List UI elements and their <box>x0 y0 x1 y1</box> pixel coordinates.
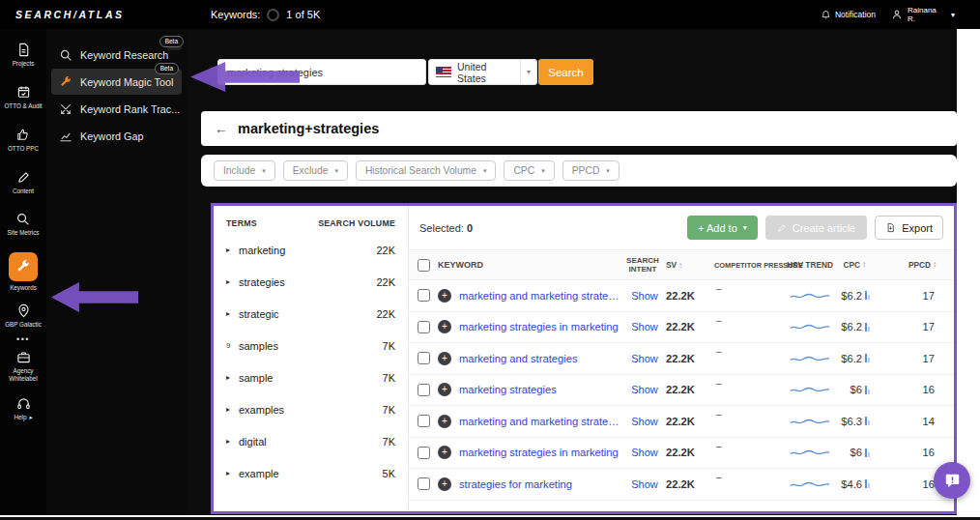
term-row[interactable]: ▸ strategies 22K <box>226 266 395 298</box>
location-pin-icon <box>16 303 31 318</box>
expand-caret-icon[interactable]: ▸ <box>226 277 239 286</box>
calendar-check-icon <box>16 85 31 100</box>
show-intent-link[interactable]: Show <box>623 321 666 332</box>
show-intent-link[interactable]: Show <box>623 353 666 364</box>
rail-item-site-metrics[interactable]: Site Metrics <box>8 212 40 237</box>
expand-caret-icon[interactable]: 9 <box>226 341 239 350</box>
expand-caret-icon[interactable]: ▸ <box>226 405 239 414</box>
cpc-column-header[interactable]: CPC ↕ <box>833 260 870 270</box>
terms-header: TERMS SEARCH VOLUME <box>226 218 395 228</box>
keyword-link[interactable]: marketing and strategies <box>459 353 623 364</box>
filter-dropdown[interactable]: CPC ▾ <box>504 160 554 181</box>
circle-plus-icon[interactable]: + <box>438 352 451 365</box>
rail-item-otto-audit[interactable]: OTTO & Audit <box>4 85 42 110</box>
search-intent-column-header[interactable]: SEARCH INTENT <box>623 256 662 274</box>
expand-caret-icon[interactable]: ▸ <box>226 437 239 446</box>
filter-dropdown-label: Historical Search Volume <box>365 165 476 176</box>
keyword-link[interactable]: marketing and marketing strategies <box>459 416 623 427</box>
results-toolbar: Selected:0 + Add to ▾ Create article Exp… <box>409 206 954 249</box>
keyword-link[interactable]: strategies for marketing <box>459 478 623 490</box>
row-checkbox[interactable] <box>418 477 430 490</box>
show-intent-link[interactable]: Show <box>623 416 666 427</box>
show-intent-link[interactable]: Show <box>623 447 666 458</box>
rail-item-projects[interactable]: Projects <box>13 43 35 68</box>
keyword-column-header[interactable]: KEYWORD <box>438 260 623 270</box>
term-row[interactable]: ▸ example 5K <box>226 457 395 489</box>
create-article-button[interactable]: Create article <box>765 216 867 240</box>
row-checkbox[interactable] <box>418 415 430 427</box>
select-all-checkbox[interactable] <box>418 259 430 272</box>
search-button[interactable]: Search <box>538 59 593 85</box>
show-intent-link[interactable]: Show <box>623 290 666 302</box>
filter-dropdown[interactable]: Exclude ▾ <box>283 160 348 181</box>
rail-item-help[interactable]: Help ▸ <box>14 396 32 421</box>
filter-dropdown[interactable]: Historical Search Volume ▾ <box>356 160 497 181</box>
rail-item-more[interactable]: ••• <box>16 334 30 344</box>
row-checkbox[interactable] <box>418 384 430 396</box>
us-flag-icon <box>436 67 451 77</box>
rail-item-gbp-galactic[interactable]: GBP Galactic <box>5 303 42 329</box>
cpc-value: $6.3 <box>841 416 862 427</box>
show-intent-link[interactable]: Show <box>623 384 666 395</box>
circle-plus-icon[interactable]: + <box>438 320 451 333</box>
country-select[interactable]: United States ▾ <box>428 59 537 85</box>
rail-item-otto-ppc[interactable]: OTTO PPC <box>8 128 39 153</box>
rail-item-content[interactable]: Content <box>13 170 34 195</box>
filter-dropdown[interactable]: Include ▾ <box>214 160 275 181</box>
cpc-value: $6 <box>850 447 862 458</box>
filter-dropdown[interactable]: PPCD ▾ <box>562 160 620 181</box>
row-checkbox[interactable] <box>418 352 430 364</box>
brand-logo: SEARCH/ATLAS <box>15 0 125 29</box>
competitor-pressure-column-header[interactable]: COMPETITOR PRESSURE <box>714 261 787 270</box>
submenu-item-keyword-rank-tracker[interactable]: Keyword Rank Trac... <box>46 96 187 122</box>
expand-caret-icon[interactable]: ▸ <box>226 246 239 254</box>
cpc-cell: $4.6 <box>833 478 870 490</box>
rail-item-keywords[interactable]: Keywords <box>9 252 38 292</box>
circle-plus-icon[interactable]: + <box>438 446 451 459</box>
submenu-item-keyword-magic-tool[interactable]: Keyword Magic Tool Beta <box>51 69 182 95</box>
sv-column-header[interactable]: SV ↕ <box>666 260 714 270</box>
search-volume-value: 22.2K <box>666 416 714 427</box>
submenu-item-keyword-gap[interactable]: Keyword Gap <box>46 123 187 149</box>
user-menu[interactable]: Rainana R. ▾ <box>891 6 955 23</box>
keyword-row: + marketing and marketing strategies Sho… <box>409 280 954 312</box>
term-row[interactable]: ▸ digital 7K <box>226 425 395 457</box>
term-row[interactable]: ▸ marketing 22K <box>226 234 395 266</box>
add-to-button[interactable]: + Add to ▾ <box>687 216 758 240</box>
hsv-trend-sparkline <box>787 446 833 459</box>
row-checkbox[interactable] <box>418 321 430 333</box>
rail-label: Agency Whitelabel <box>3 367 43 383</box>
row-checkbox[interactable] <box>418 289 430 302</box>
caret-down-icon: ▾ <box>520 60 536 84</box>
gap-chart-icon <box>59 130 72 143</box>
icon-rail: Projects OTTO & Audit OTTO PPC Content S… <box>0 29 46 515</box>
keyword-link[interactable]: marketing strategies in marketing <box>459 321 623 332</box>
keyword-link[interactable]: marketing strategies in marketing <box>459 447 623 458</box>
circle-plus-icon[interactable]: + <box>438 477 451 491</box>
term-volume: 5K <box>383 468 395 479</box>
show-intent-link[interactable]: Show <box>623 478 666 490</box>
competitor-pressure-value: – <box>714 346 787 357</box>
ppcd-column-header[interactable]: PPCD ↕ <box>870 260 954 270</box>
back-arrow-icon[interactable]: ← <box>215 121 228 136</box>
term-row[interactable]: 9 samples 7K <box>226 330 395 361</box>
term-row[interactable]: ▸ strategic 22K <box>226 298 395 330</box>
expand-caret-icon[interactable]: ▸ <box>226 469 239 477</box>
support-chat-button[interactable] <box>934 462 970 499</box>
term-row[interactable]: ▸ sample 7K <box>226 361 395 393</box>
circle-plus-icon[interactable]: + <box>438 415 451 428</box>
circle-plus-icon[interactable]: + <box>438 383 451 396</box>
notification-button[interactable]: Notification <box>821 10 876 20</box>
caret-down-icon: ▾ <box>262 167 266 175</box>
notification-label: Notification <box>835 10 876 19</box>
rail-item-agency-whitelabel[interactable]: Agency Whitelabel <box>3 350 43 383</box>
row-checkbox[interactable] <box>418 447 430 459</box>
expand-caret-icon[interactable]: ▸ <box>226 309 239 318</box>
submenu-item-label: Keyword Magic Tool <box>80 76 173 88</box>
export-button[interactable]: Export <box>875 216 943 240</box>
keyword-link[interactable]: marketing strategies <box>459 384 623 395</box>
expand-caret-icon[interactable]: ▸ <box>226 373 239 382</box>
keyword-link[interactable]: marketing and marketing strategies <box>459 290 623 302</box>
circle-plus-icon[interactable]: + <box>438 289 451 303</box>
term-row[interactable]: ▸ examples 7K <box>226 393 395 425</box>
